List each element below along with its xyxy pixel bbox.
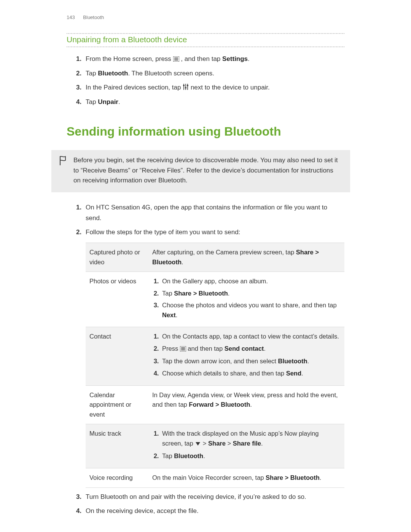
share-label: Share [208, 440, 226, 447]
inner-steps: On the Contacts app, tap a contact to vi… [161, 332, 341, 378]
text: . [182, 259, 183, 265]
row-value: On the Gallery app, choose an album. Tap… [148, 272, 344, 327]
row-key: Calendar appointment or event [86, 385, 148, 424]
row-key: Voice recording [86, 468, 148, 487]
text: . [301, 370, 303, 377]
bluetooth-label: Bluetooth [278, 358, 307, 364]
row-key: Music track [86, 424, 148, 468]
send-step-3: Turn Bluetooth on and pair with the rece… [83, 492, 344, 502]
list-item: Choose which details to share, and then … [161, 369, 341, 379]
svg-marker-14 [196, 442, 200, 446]
unpair-step-4: Tap Unpair. [83, 97, 344, 107]
row-value: After capturing, on the Camera preview s… [148, 243, 344, 272]
heading-sending: Sending information using Bluetooth [67, 125, 344, 139]
text: Tap [86, 70, 98, 77]
subheading-unpairing: Unpairing from a Bluetooth device [67, 33, 344, 47]
svg-rect-7 [183, 85, 185, 86]
list-item: On the Contacts app, tap a contact to vi… [161, 332, 341, 342]
section-name: Bluetooth [83, 14, 104, 20]
send-label: Send [286, 370, 301, 377]
send-step-2: Follow the steps for the type of item yo… [83, 227, 344, 488]
row-key: Contact [86, 327, 148, 385]
text: After capturing, on the Camera preview s… [152, 249, 296, 256]
settings-label: Settings [222, 55, 248, 62]
text: > [203, 440, 208, 447]
text: Follow the steps for the type of item yo… [86, 228, 240, 236]
unpair-label: Unpair [98, 98, 118, 105]
unpair-step-1: From the Home screen, press , and then t… [83, 54, 344, 65]
list-item: With the track displayed on the Music ap… [161, 429, 341, 449]
text: . [228, 290, 230, 297]
share-bluetooth-label: Share > Bluetooth [174, 290, 228, 297]
text: Tap the down arrow icon, and then select [162, 358, 278, 364]
send-step-1: On HTC Sensation 4G, open the app that c… [83, 202, 344, 223]
text: In the Paired devices section, tap [86, 84, 183, 91]
text: Tap [162, 452, 174, 459]
text: , and then tap [181, 55, 222, 62]
text: and then tap [188, 345, 224, 352]
text: Press [162, 345, 180, 352]
text: . [320, 474, 322, 481]
text: . The Bluetooth screen opens. [128, 70, 214, 77]
text: Choose the photos and videos you want to… [162, 302, 337, 308]
row-value: On the Contacts app, tap a contact to vi… [148, 327, 344, 385]
text: . [264, 345, 266, 352]
svg-rect-9 [187, 85, 188, 86]
unpair-step-3: In the Paired devices section, tap next … [83, 83, 344, 93]
table-row: Contact On the Contacts app, tap a conta… [86, 327, 344, 385]
menu-icon [180, 345, 186, 355]
unpair-steps: From the Home screen, press , and then t… [83, 54, 344, 107]
text: next to the device to unpair. [191, 84, 270, 91]
sliders-icon [183, 83, 189, 93]
svg-rect-8 [185, 87, 186, 88]
table-row: Photos or videos On the Gallery app, cho… [86, 272, 344, 327]
page: 143 Bluetooth Unpairing from a Bluetooth… [0, 0, 411, 532]
menu-icon [173, 55, 179, 65]
bluetooth-label: Bluetooth [174, 452, 203, 459]
send-steps: On HTC Sensation 4G, open the app that c… [83, 202, 344, 516]
row-value: In Day view, Agenda view, or Week view, … [148, 385, 344, 424]
row-key: Photos or videos [86, 272, 148, 327]
content-column: 143 Bluetooth Unpairing from a Bluetooth… [67, 14, 344, 516]
note-box: Before you begin, set the receiving devi… [51, 150, 350, 192]
row-value: On the main Voice Recorder screen, tap S… [148, 468, 344, 487]
unpair-step-2: Tap Bluetooth. The Bluetooth screen open… [83, 69, 344, 78]
text: Tap [86, 98, 98, 105]
list-item: Choose the photos and videos you want to… [161, 300, 341, 320]
bluetooth-label: Bluetooth [98, 70, 128, 77]
send-type-table: Captured photo or video After capturing,… [86, 243, 344, 488]
share-file-label: Share file [233, 440, 261, 447]
share-bluetooth-label: Share > Bluetooth [266, 474, 320, 481]
next-label: Next [162, 312, 176, 318]
table-row: Voice recording On the main Voice Record… [86, 468, 344, 487]
text: . [250, 401, 252, 408]
list-item: Tap the down arrow icon, and then select… [161, 356, 341, 366]
text: . [176, 312, 178, 318]
table-row: Calendar appointment or event In Day vie… [86, 385, 344, 424]
list-item: On the Gallery app, choose an album. [161, 276, 341, 286]
page-number: 143 [67, 14, 75, 20]
row-key: Captured photo or video [86, 243, 148, 272]
row-value: With the track displayed on the Music ap… [148, 424, 344, 468]
text: From the Home screen, press [86, 55, 173, 62]
text: > [226, 440, 233, 447]
text: Choose which details to share, and then … [162, 370, 286, 377]
text: . [118, 98, 120, 105]
forward-bluetooth-label: Forward > Bluetooth [189, 401, 250, 408]
list-item: Press and then tap Send contact. [161, 344, 341, 355]
table-row: Music track With the track displayed on … [86, 424, 344, 468]
text: . [203, 452, 205, 459]
send-contact-label: Send contact [225, 345, 264, 352]
inner-steps: With the track displayed on the Music ap… [161, 429, 341, 461]
text: On the main Voice Recorder screen, tap [152, 474, 266, 481]
list-item: Tap Share > Bluetooth. [161, 289, 341, 299]
down-triangle-icon [195, 439, 201, 449]
send-step-4: On the receiving device, accept the file… [83, 506, 344, 516]
text: Tap [162, 290, 174, 297]
table-row: Captured photo or video After capturing,… [86, 243, 344, 272]
text: . [248, 55, 250, 62]
note-text: Before you begin, set the receiving devi… [73, 155, 342, 185]
text: . [261, 440, 263, 447]
running-header: 143 Bluetooth [67, 14, 344, 20]
inner-steps: On the Gallery app, choose an album. Tap… [161, 276, 341, 320]
